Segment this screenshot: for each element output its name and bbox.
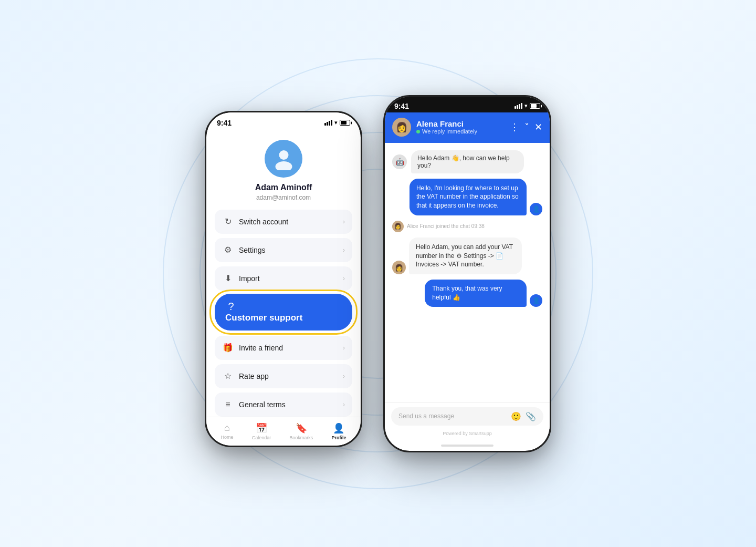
- agent-avatar: 👩: [392, 118, 411, 137]
- message-sent-2: Thank you, that was very helpful 👍 👤: [392, 280, 542, 307]
- phones-container: 9:41 ▾: [205, 95, 551, 452]
- right-status-time: 9:41: [394, 102, 409, 110]
- user-avatar-small: 👤: [530, 203, 542, 215]
- tab-calendar-label: Calendar: [252, 435, 271, 440]
- left-status-time: 9:41: [217, 119, 232, 127]
- powered-by: Powered by Smartsupp: [385, 429, 550, 441]
- left-phone: 9:41 ▾: [205, 111, 362, 447]
- battery-icon: [530, 103, 540, 109]
- chevron-icon: ›: [343, 401, 345, 408]
- message-bubble: Hello Adam, you can add your VAT number …: [409, 238, 522, 274]
- arrow-indicator: [358, 298, 361, 326]
- customer-support-icon: ?: [225, 301, 237, 313]
- tab-calendar[interactable]: 📅 Calendar: [252, 422, 271, 440]
- bookmarks-icon: 🔖: [296, 422, 307, 434]
- chat-header: 👩 Alena Franci We reply immediately ⋮ ˅ …: [385, 112, 550, 143]
- left-status-bar: 9:41 ▾: [206, 112, 361, 129]
- emoji-icon[interactable]: 🙂: [511, 411, 521, 421]
- chat-header-actions: ⋮ ˅ ✕: [510, 121, 542, 133]
- agent-small-avatar: 👩: [392, 221, 404, 232]
- chevron-icon: ›: [343, 218, 345, 225]
- message-bubble: Hello, I'm looking for where to set up t…: [410, 179, 527, 215]
- tab-profile[interactable]: 👤 Profile: [331, 422, 346, 440]
- joined-text: Alice Franci joined the chat 09:38: [407, 223, 485, 229]
- message-bubble: Hello Adam 👋, how can we help you?: [411, 150, 524, 173]
- customer-support-label: Customer support: [225, 313, 302, 323]
- menu-list: ↻ Switch account › ⚙ Settings › ⬇ Import…: [206, 210, 361, 291]
- system-message: 👩 Alice Franci joined the chat 09:38: [392, 221, 542, 232]
- attachment-icon[interactable]: 📎: [526, 411, 536, 421]
- tab-profile-label: Profile: [331, 435, 346, 440]
- bot-avatar: 🤖: [392, 154, 407, 169]
- minimize-icon[interactable]: ˅: [524, 121, 529, 133]
- chat-messages: 🤖 Hello Adam 👋, how can we help you? Hel…: [385, 143, 550, 402]
- terms-label: General terms: [239, 400, 343, 409]
- home-icon: ⌂: [224, 422, 230, 434]
- switch-account-label: Switch account: [239, 218, 343, 226]
- right-phone: 9:41 ▾ 👩: [383, 95, 551, 452]
- invite-label: Invite a friend: [239, 344, 343, 352]
- right-status-bar: 9:41 ▾: [385, 97, 550, 112]
- menu-list-bottom: 🎁 Invite a friend › ☆ Rate app › ≡ Gener…: [206, 336, 361, 417]
- settings-icon: ⚙: [222, 244, 234, 256]
- battery-icon: [340, 120, 350, 126]
- chat-input-placeholder[interactable]: Send us a message: [398, 412, 507, 420]
- menu-item-terms[interactable]: ≡ General terms ›: [215, 393, 352, 417]
- svg-point-1: [275, 161, 292, 170]
- online-indicator: [416, 130, 420, 133]
- rate-label: Rate app: [239, 372, 343, 380]
- wifi-icon: ▾: [524, 102, 528, 109]
- tab-home-label: Home: [221, 435, 234, 440]
- profile-section: Adam Aminoff adam@aminof.com: [206, 135, 361, 210]
- tab-home[interactable]: ⌂ Home: [221, 422, 234, 440]
- message-sent-1: Hello, I'm looking for where to set up t…: [392, 179, 542, 215]
- home-indicator: [441, 445, 494, 447]
- agent-status: We reply immediately: [416, 128, 505, 135]
- invite-icon: 🎁: [222, 342, 234, 354]
- agent-status-text: We reply immediately: [422, 128, 477, 135]
- menu-item-switch-account[interactable]: ↻ Switch account ›: [215, 210, 352, 234]
- right-status-icons: ▾: [514, 102, 540, 109]
- switch-account-icon: ↻: [222, 216, 234, 228]
- menu-item-invite[interactable]: 🎁 Invite a friend ›: [215, 336, 352, 360]
- svg-point-0: [279, 150, 288, 160]
- agent-info: Alena Franci We reply immediately: [416, 119, 505, 135]
- tab-bookmarks[interactable]: 🔖 Bookmarks: [289, 422, 313, 440]
- calendar-icon: 📅: [256, 422, 267, 434]
- close-icon[interactable]: ✕: [534, 121, 542, 133]
- message-bubble: Thank you, that was very helpful 👍: [425, 280, 527, 307]
- chevron-icon: ›: [343, 246, 345, 254]
- signal-icon: [514, 103, 522, 109]
- chat-input-row: Send us a message 🙂 📎: [391, 407, 543, 426]
- tab-bookmarks-label: Bookmarks: [289, 435, 313, 440]
- chat-input-icons: 🙂 📎: [511, 411, 536, 421]
- more-options-icon[interactable]: ⋮: [510, 121, 519, 133]
- message-received-1: 🤖 Hello Adam 👋, how can we help you?: [392, 150, 542, 173]
- agent-avatar-small: 👩: [392, 261, 406, 274]
- import-label: Import: [239, 274, 343, 283]
- terms-icon: ≡: [222, 399, 234, 410]
- agent-name: Alena Franci: [416, 119, 505, 128]
- wifi-icon: ▾: [334, 119, 338, 126]
- left-status-icons: ▾: [324, 119, 350, 126]
- rate-icon: ☆: [222, 370, 234, 382]
- profile-email: adam@aminof.com: [256, 194, 311, 201]
- message-received-2: 👩 Hello Adam, you can add your VAT numbe…: [392, 238, 542, 274]
- menu-item-customer-support[interactable]: ? Customer support: [215, 294, 352, 331]
- settings-label: Settings: [239, 246, 343, 254]
- signal-icon: [324, 120, 332, 126]
- chevron-icon: ›: [343, 275, 345, 282]
- tab-bar: ⌂ Home 📅 Calendar 🔖 Bookmarks 👤 Profile: [206, 417, 361, 446]
- user-avatar-small: 👤: [530, 294, 542, 307]
- menu-item-import[interactable]: ⬇ Import ›: [215, 266, 352, 291]
- chevron-icon: ›: [343, 344, 345, 352]
- chat-input-area: Send us a message 🙂 📎: [385, 402, 550, 429]
- profile-tab-icon: 👤: [333, 422, 344, 434]
- avatar: [265, 140, 302, 178]
- import-icon: ⬇: [222, 273, 234, 284]
- menu-item-settings[interactable]: ⚙ Settings ›: [215, 238, 352, 262]
- profile-name: Adam Aminoff: [255, 183, 312, 192]
- menu-item-rate[interactable]: ☆ Rate app ›: [215, 364, 352, 388]
- chevron-icon: ›: [343, 373, 345, 380]
